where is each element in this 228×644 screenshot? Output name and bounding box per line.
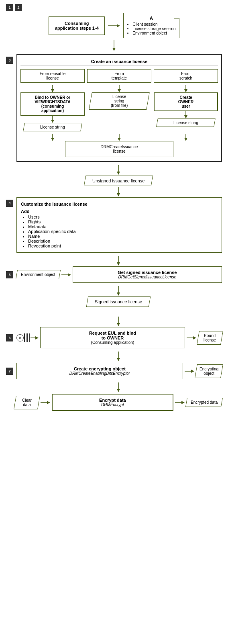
arrow-down-5 bbox=[116, 286, 121, 296]
step7-badge: 7 bbox=[6, 368, 13, 375]
clear-data: Clear data bbox=[14, 396, 40, 409]
step1-badge: 1 bbox=[6, 4, 13, 11]
svg-marker-35 bbox=[193, 336, 196, 339]
encrypt-data-box: Encrypt data DRMEncrypt bbox=[52, 394, 173, 411]
step1-2-section: 1 2 Consuming application steps 1-4 A Cl… bbox=[6, 4, 222, 51]
col3-header: From scratch bbox=[154, 69, 218, 83]
callout-list: Client session License storage session E… bbox=[127, 22, 175, 35]
svg-marker-31 bbox=[117, 323, 120, 326]
drm-row: DRMCreateIssuance license bbox=[20, 134, 218, 157]
svg-marker-23 bbox=[117, 193, 120, 196]
svg-marker-41 bbox=[117, 389, 120, 392]
arrow-down-3 bbox=[116, 187, 121, 196]
svg-marker-19 bbox=[184, 138, 187, 141]
arrow-down-7 bbox=[116, 352, 121, 361]
request-eul-box: Request EUL and bind to OWNER (Consuming… bbox=[40, 327, 185, 348]
arrow-down-4 bbox=[116, 256, 121, 266]
consuming-app-label: Consuming application steps 1-4 bbox=[55, 21, 99, 31]
callout-item-1: Client session bbox=[132, 22, 175, 27]
step3-badge: 3 bbox=[6, 57, 13, 64]
step3-section: 3 Create an issuance license From reusab… bbox=[6, 54, 222, 162]
svg-marker-15 bbox=[51, 138, 54, 141]
step6-badge: 6 bbox=[6, 334, 13, 341]
license-string-2: License string bbox=[156, 119, 216, 127]
col2-header: From template bbox=[87, 69, 151, 83]
callout-item-3: Environment object bbox=[132, 31, 175, 35]
get-signed-box: Get signed issuance license DRMGetSigned… bbox=[73, 266, 222, 283]
step4-add-label: Add bbox=[21, 209, 218, 214]
license-string-file: License string (from file) bbox=[89, 92, 150, 110]
svg-marker-21 bbox=[117, 172, 120, 175]
step4-badge: 4 bbox=[6, 200, 13, 207]
step5-badge: 5 bbox=[6, 271, 13, 278]
svg-marker-3 bbox=[112, 48, 116, 51]
step6-section: 6 A Re bbox=[6, 327, 222, 348]
step3-title: Create an issuance license bbox=[20, 59, 218, 66]
svg-marker-17 bbox=[118, 138, 121, 141]
arrow-down-1 bbox=[111, 40, 117, 51]
arrow-down-2 bbox=[116, 165, 121, 175]
environment-obj: Environment object bbox=[16, 270, 61, 279]
col2-flow: License string (from file) bbox=[87, 85, 151, 110]
svg-marker-9 bbox=[118, 89, 121, 92]
col3-flow: Create OWNER user License string bbox=[154, 85, 218, 127]
svg-marker-45 bbox=[181, 401, 185, 404]
create-encrypt-box: Create encrypting object DRMCreateEnabli… bbox=[16, 363, 183, 379]
svg-marker-33 bbox=[35, 336, 39, 339]
step4-section: 4 Customize the issuance license Add Use… bbox=[6, 197, 222, 253]
license-string-1: License string bbox=[23, 123, 82, 131]
svg-marker-1 bbox=[117, 24, 120, 27]
svg-marker-27 bbox=[68, 273, 71, 276]
diagram: 1 2 Consuming application steps 1-4 A Cl… bbox=[0, 0, 228, 418]
step7-section: 7 Create encrypting object DRMCreateEnab… bbox=[6, 363, 222, 379]
bind-box: Bind to OWNER or VIEWRIGHTSDATA (consumi… bbox=[20, 92, 85, 116]
svg-marker-11 bbox=[184, 89, 187, 92]
arrow-to-callout bbox=[108, 23, 120, 29]
svg-marker-7 bbox=[51, 120, 54, 123]
callout-label: A bbox=[127, 16, 175, 20]
step4-list: Users Rights Metadata Application-specif… bbox=[21, 215, 218, 248]
step5-section: 5 Environment object Get signed issuance… bbox=[6, 266, 222, 283]
svg-marker-5 bbox=[51, 89, 54, 92]
svg-marker-37 bbox=[117, 358, 120, 361]
arrow-down-8 bbox=[116, 382, 121, 392]
circle-a-step6: A bbox=[16, 334, 24, 341]
arrow-down-6 bbox=[116, 317, 121, 326]
col1-flow: Bind to OWNER or VIEWRIGHTSDATA (consumi… bbox=[20, 85, 85, 131]
drm-create-box: DRMCreateIssuance license bbox=[65, 141, 174, 157]
svg-marker-39 bbox=[191, 370, 194, 373]
encrypt-section: Clear data Encrypt data DRMEncrypt Encry… bbox=[6, 394, 222, 411]
callout-box: A Client session License storage session… bbox=[123, 13, 179, 38]
step2-badge: 2 bbox=[15, 4, 22, 11]
svg-marker-29 bbox=[117, 292, 120, 296]
svg-marker-43 bbox=[47, 401, 50, 404]
svg-marker-25 bbox=[117, 262, 120, 266]
step4-box: Customize the issuance license Add Users… bbox=[16, 197, 222, 253]
callout-item-2: License storage session bbox=[132, 27, 175, 31]
encrypting-obj: Encrypting object bbox=[195, 364, 223, 378]
step4-title: Customize the issuance license bbox=[21, 202, 218, 206]
consuming-app-box: Consuming application steps 1-4 bbox=[49, 16, 105, 35]
signed-license: Signed issuance license bbox=[15, 296, 222, 307]
unsigned-license: Unsigned issuance license bbox=[15, 176, 222, 186]
svg-marker-13 bbox=[184, 115, 187, 119]
create-owner-box: Create OWNER user bbox=[154, 92, 218, 111]
col1-header: From reusable license bbox=[20, 69, 85, 83]
step3-outer-box: Create an issuance license From reusable… bbox=[16, 54, 222, 162]
step6-circuit: A bbox=[16, 333, 39, 342]
encrypted-data: Encrypted data bbox=[185, 398, 223, 407]
bound-license: Bound license bbox=[197, 331, 223, 345]
